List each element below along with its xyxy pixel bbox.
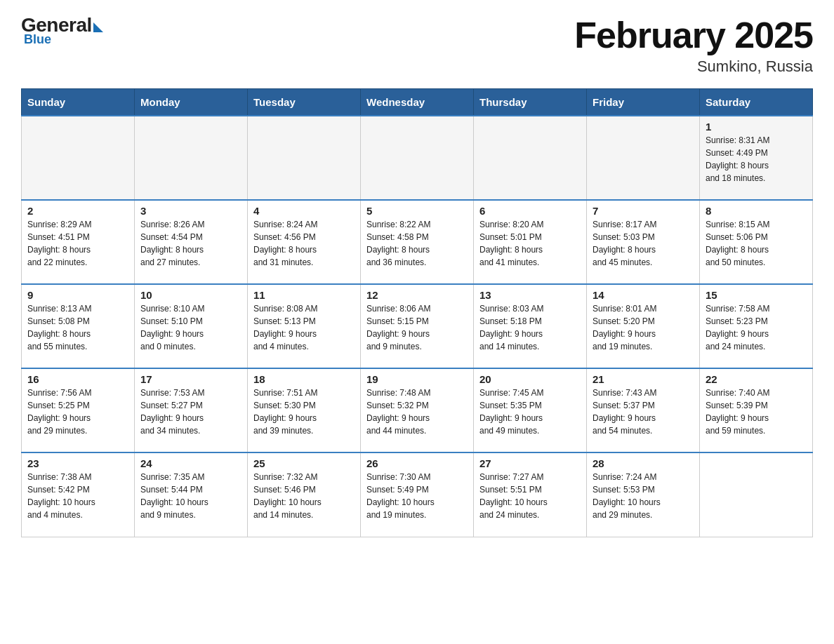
day-number: 6 <box>479 205 581 217</box>
day-number: 21 <box>593 373 694 385</box>
calendar-cell: 6Sunrise: 8:20 AM Sunset: 5:01 PM Daylig… <box>474 200 587 284</box>
calendar-cell: 5Sunrise: 8:22 AM Sunset: 4:58 PM Daylig… <box>361 200 474 284</box>
day-info: Sunrise: 7:51 AM Sunset: 5:30 PM Dayligh… <box>253 387 355 437</box>
calendar-cell: 15Sunrise: 7:58 AM Sunset: 5:23 PM Dayli… <box>700 284 813 368</box>
title-block: February 2025 Sumkino, Russia <box>574 14 813 76</box>
day-info: Sunrise: 7:35 AM Sunset: 5:44 PM Dayligh… <box>140 471 241 521</box>
calendar-cell: 12Sunrise: 8:06 AM Sunset: 5:15 PM Dayli… <box>361 284 474 368</box>
day-info: Sunrise: 7:24 AM Sunset: 5:53 PM Dayligh… <box>593 471 694 521</box>
day-header-tuesday: Tuesday <box>248 89 361 116</box>
day-number: 16 <box>27 373 128 385</box>
calendar-cell: 19Sunrise: 7:48 AM Sunset: 5:32 PM Dayli… <box>361 368 474 452</box>
day-number: 7 <box>593 205 694 217</box>
calendar-cell <box>474 116 587 200</box>
calendar-cell: 11Sunrise: 8:08 AM Sunset: 5:13 PM Dayli… <box>248 284 361 368</box>
day-header-sunday: Sunday <box>22 89 135 116</box>
logo: General Blue <box>21 14 103 47</box>
day-header-friday: Friday <box>587 89 700 116</box>
day-info: Sunrise: 7:30 AM Sunset: 5:49 PM Dayligh… <box>366 471 468 521</box>
calendar-cell <box>22 116 135 200</box>
page-header: General Blue February 2025 Sumkino, Russ… <box>21 14 813 76</box>
day-info: Sunrise: 8:03 AM Sunset: 5:18 PM Dayligh… <box>479 302 581 353</box>
day-info: Sunrise: 7:48 AM Sunset: 5:32 PM Dayligh… <box>366 387 468 437</box>
day-number: 5 <box>366 205 468 217</box>
day-number: 8 <box>706 205 807 217</box>
calendar-cell: 23Sunrise: 7:38 AM Sunset: 5:42 PM Dayli… <box>22 452 135 537</box>
day-info: Sunrise: 7:32 AM Sunset: 5:46 PM Dayligh… <box>253 471 355 521</box>
day-info: Sunrise: 7:56 AM Sunset: 5:25 PM Dayligh… <box>27 387 128 437</box>
calendar-cell: 18Sunrise: 7:51 AM Sunset: 5:30 PM Dayli… <box>248 368 361 452</box>
calendar-week-3: 9Sunrise: 8:13 AM Sunset: 5:08 PM Daylig… <box>22 284 813 368</box>
day-info: Sunrise: 7:58 AM Sunset: 5:23 PM Dayligh… <box>706 302 807 353</box>
calendar-header-row: SundayMondayTuesdayWednesdayThursdayFrid… <box>22 89 813 116</box>
calendar-cell: 27Sunrise: 7:27 AM Sunset: 5:51 PM Dayli… <box>474 452 587 537</box>
day-info: Sunrise: 7:43 AM Sunset: 5:37 PM Dayligh… <box>593 387 694 437</box>
day-header-thursday: Thursday <box>474 89 587 116</box>
calendar-cell: 16Sunrise: 7:56 AM Sunset: 5:25 PM Dayli… <box>22 368 135 452</box>
calendar-cell: 14Sunrise: 8:01 AM Sunset: 5:20 PM Dayli… <box>587 284 700 368</box>
day-info: Sunrise: 8:24 AM Sunset: 4:56 PM Dayligh… <box>253 218 355 269</box>
calendar-cell <box>135 116 248 200</box>
logo-arrow-icon <box>93 22 103 32</box>
day-number: 22 <box>706 373 807 385</box>
day-info: Sunrise: 8:22 AM Sunset: 4:58 PM Dayligh… <box>366 218 468 269</box>
calendar-cell: 24Sunrise: 7:35 AM Sunset: 5:44 PM Dayli… <box>135 452 248 537</box>
calendar-week-4: 16Sunrise: 7:56 AM Sunset: 5:25 PM Dayli… <box>22 368 813 452</box>
calendar-cell <box>700 452 813 537</box>
calendar-table: SundayMondayTuesdayWednesdayThursdayFrid… <box>21 88 813 537</box>
day-info: Sunrise: 8:15 AM Sunset: 5:06 PM Dayligh… <box>706 218 807 269</box>
calendar-week-1: 1Sunrise: 8:31 AM Sunset: 4:49 PM Daylig… <box>22 116 813 200</box>
day-info: Sunrise: 8:17 AM Sunset: 5:03 PM Dayligh… <box>593 218 694 269</box>
day-info: Sunrise: 8:31 AM Sunset: 4:49 PM Dayligh… <box>706 134 807 185</box>
day-header-wednesday: Wednesday <box>361 89 474 116</box>
day-number: 13 <box>479 289 581 301</box>
calendar-cell: 28Sunrise: 7:24 AM Sunset: 5:53 PM Dayli… <box>587 452 700 537</box>
calendar-cell: 9Sunrise: 8:13 AM Sunset: 5:08 PM Daylig… <box>22 284 135 368</box>
calendar-cell: 1Sunrise: 8:31 AM Sunset: 4:49 PM Daylig… <box>700 116 813 200</box>
day-info: Sunrise: 8:26 AM Sunset: 4:54 PM Dayligh… <box>140 218 241 269</box>
day-info: Sunrise: 7:53 AM Sunset: 5:27 PM Dayligh… <box>140 387 241 437</box>
day-number: 15 <box>706 289 807 301</box>
day-info: Sunrise: 7:27 AM Sunset: 5:51 PM Dayligh… <box>479 471 581 521</box>
day-number: 24 <box>140 457 241 469</box>
day-number: 18 <box>253 373 355 385</box>
calendar-cell: 17Sunrise: 7:53 AM Sunset: 5:27 PM Dayli… <box>135 368 248 452</box>
day-number: 14 <box>593 289 694 301</box>
day-number: 19 <box>366 373 468 385</box>
day-info: Sunrise: 8:08 AM Sunset: 5:13 PM Dayligh… <box>253 302 355 353</box>
calendar-cell <box>361 116 474 200</box>
day-info: Sunrise: 8:10 AM Sunset: 5:10 PM Dayligh… <box>140 302 241 353</box>
day-info: Sunrise: 8:06 AM Sunset: 5:15 PM Dayligh… <box>366 302 468 353</box>
calendar-cell: 8Sunrise: 8:15 AM Sunset: 5:06 PM Daylig… <box>700 200 813 284</box>
day-number: 4 <box>253 205 355 217</box>
day-info: Sunrise: 7:40 AM Sunset: 5:39 PM Dayligh… <box>706 387 807 437</box>
day-number: 17 <box>140 373 241 385</box>
calendar-cell: 4Sunrise: 8:24 AM Sunset: 4:56 PM Daylig… <box>248 200 361 284</box>
day-info: Sunrise: 8:29 AM Sunset: 4:51 PM Dayligh… <box>27 218 128 269</box>
day-number: 3 <box>140 205 241 217</box>
calendar-cell: 20Sunrise: 7:45 AM Sunset: 5:35 PM Dayli… <box>474 368 587 452</box>
day-info: Sunrise: 7:45 AM Sunset: 5:35 PM Dayligh… <box>479 387 581 437</box>
day-number: 12 <box>366 289 468 301</box>
day-header-monday: Monday <box>135 89 248 116</box>
day-number: 11 <box>253 289 355 301</box>
calendar-title: February 2025 <box>574 14 813 56</box>
day-number: 28 <box>593 457 694 469</box>
calendar-week-2: 2Sunrise: 8:29 AM Sunset: 4:51 PM Daylig… <box>22 200 813 284</box>
day-number: 10 <box>140 289 241 301</box>
calendar-cell: 13Sunrise: 8:03 AM Sunset: 5:18 PM Dayli… <box>474 284 587 368</box>
calendar-cell: 2Sunrise: 8:29 AM Sunset: 4:51 PM Daylig… <box>22 200 135 284</box>
day-info: Sunrise: 7:38 AM Sunset: 5:42 PM Dayligh… <box>27 471 128 521</box>
calendar-cell: 25Sunrise: 7:32 AM Sunset: 5:46 PM Dayli… <box>248 452 361 537</box>
calendar-cell: 3Sunrise: 8:26 AM Sunset: 4:54 PM Daylig… <box>135 200 248 284</box>
day-header-saturday: Saturday <box>700 89 813 116</box>
day-number: 2 <box>27 205 128 217</box>
day-number: 26 <box>366 457 468 469</box>
calendar-cell <box>248 116 361 200</box>
calendar-cell: 21Sunrise: 7:43 AM Sunset: 5:37 PM Dayli… <box>587 368 700 452</box>
calendar-cell: 26Sunrise: 7:30 AM Sunset: 5:49 PM Dayli… <box>361 452 474 537</box>
day-info: Sunrise: 8:13 AM Sunset: 5:08 PM Dayligh… <box>27 302 128 353</box>
calendar-subtitle: Sumkino, Russia <box>574 58 813 76</box>
calendar-cell <box>587 116 700 200</box>
day-number: 20 <box>479 373 581 385</box>
